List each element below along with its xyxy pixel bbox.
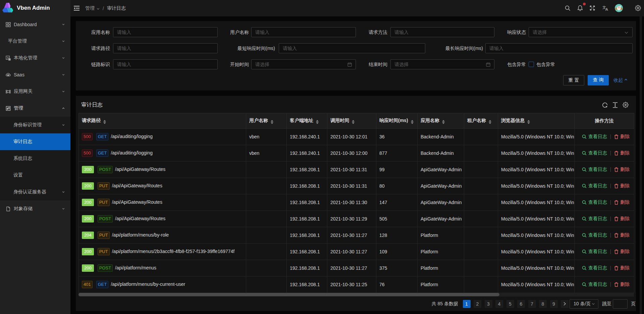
svg-text:A: A xyxy=(605,7,608,11)
